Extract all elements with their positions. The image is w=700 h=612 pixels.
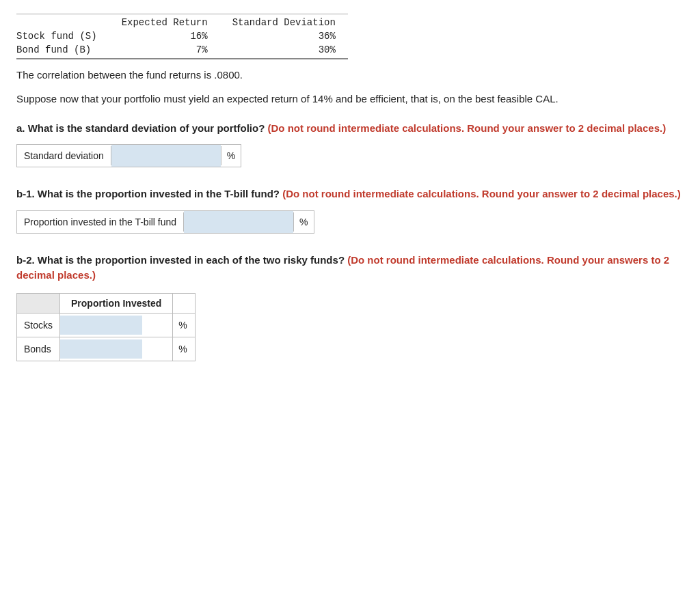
question-b2-label: b-2. What is the proportion invested in … — [16, 253, 684, 283]
proportion-table-empty-header — [17, 293, 60, 313]
tbill-proportion-input-row: Proportion invested in the T-bill fund % — [16, 210, 314, 234]
question-a-bold: a. — [16, 122, 25, 134]
bond-std-dev: 30% — [220, 43, 348, 59]
suppose-text: Suppose now that your portfolio must yie… — [16, 92, 684, 107]
stock-std-dev: 36% — [220, 29, 348, 43]
tbill-proportion-label: Proportion invested in the T-bill fund — [17, 212, 184, 232]
standard-deviation-label: Standard deviation — [17, 146, 111, 165]
bonds-label: Bonds — [17, 337, 60, 361]
question-b2-bold: b-2. — [16, 254, 35, 266]
question-b1-label: b-1. What is the proportion invested in … — [16, 186, 684, 202]
stock-fund-label: Stock fund (S) — [16, 29, 109, 43]
stock-expected-return: 16% — [109, 29, 220, 43]
stocks-input-cell — [60, 313, 173, 337]
stocks-row: Stocks % — [17, 313, 196, 337]
standard-deviation-suffix: % — [221, 146, 241, 165]
bonds-proportion-input[interactable] — [60, 339, 142, 359]
proportion-invested-header: Proportion Invested — [60, 293, 173, 313]
question-a-text: What is the standard deviation of your p… — [25, 122, 265, 134]
stocks-label: Stocks — [17, 313, 60, 337]
bond-expected-return: 7% — [109, 43, 220, 59]
question-b1-text: What is the proportion invested in the T… — [35, 188, 280, 199]
bonds-input-cell — [60, 337, 173, 361]
tbill-proportion-input[interactable] — [184, 211, 293, 233]
bond-fund-label: Bond fund (B) — [16, 43, 109, 59]
standard-deviation-input-row: Standard deviation % — [16, 144, 241, 167]
question-b2-block: b-2. What is the proportion invested in … — [16, 253, 684, 361]
question-b1-block: b-1. What is the proportion invested in … — [16, 186, 684, 234]
proportion-table: Proportion Invested Stocks % Bonds % — [16, 293, 196, 361]
question-b2-text: What is the proportion invested in each … — [35, 254, 345, 266]
stocks-proportion-input[interactable] — [60, 316, 142, 335]
col-header-std-dev: Standard Deviation — [220, 14, 348, 30]
stocks-pct-suffix: % — [173, 313, 196, 337]
col-header-label — [16, 14, 109, 30]
table-row: Bond fund (B) 7% 30% — [16, 43, 348, 59]
bonds-pct-suffix: % — [173, 337, 196, 361]
tbill-proportion-suffix: % — [293, 212, 313, 232]
standard-deviation-input[interactable] — [111, 145, 221, 167]
question-b1-emphasis: (Do not round intermediate calculations.… — [280, 188, 681, 199]
fund-table: Expected Return Standard Deviation Stock… — [16, 14, 348, 59]
bonds-row: Bonds % — [17, 337, 196, 361]
fund-table-wrapper: Expected Return Standard Deviation Stock… — [16, 14, 684, 59]
question-b1-bold: b-1. — [16, 188, 35, 199]
col-header-expected-return: Expected Return — [109, 14, 220, 30]
proportion-table-suffix-header — [173, 293, 196, 313]
question-a-label: a. What is the standard deviation of you… — [16, 121, 684, 137]
question-a-emphasis: (Do not round intermediate calculations.… — [265, 122, 666, 134]
correlation-text: The correlation between the fund returns… — [16, 69, 684, 81]
table-row: Stock fund (S) 16% 36% — [16, 29, 348, 43]
question-a-block: a. What is the standard deviation of you… — [16, 121, 684, 168]
